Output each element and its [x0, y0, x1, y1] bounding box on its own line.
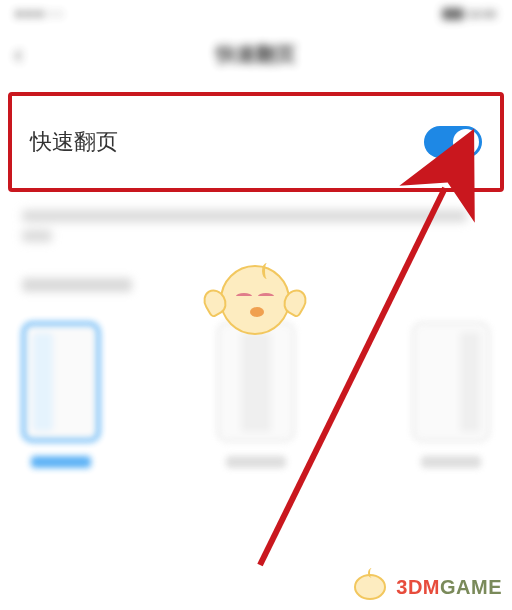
- option-2[interactable]: [217, 322, 295, 468]
- status-bar: 10:00: [0, 0, 512, 28]
- setting-label-quick-page-turn: 快速翻页: [30, 127, 118, 157]
- page-turn-options: [22, 322, 490, 468]
- page-title: 快速翻页: [216, 41, 296, 68]
- setting-description: [22, 210, 490, 248]
- toggle-knob: [453, 129, 479, 155]
- watermark: 3DMGAME: [350, 572, 502, 602]
- status-time: 10:00: [468, 8, 496, 20]
- header: ‹ 快速翻页: [0, 28, 512, 80]
- toggle-quick-page-turn[interactable]: [424, 126, 482, 158]
- back-icon[interactable]: ‹: [14, 39, 23, 70]
- section-label-page-turn-mode: [22, 278, 132, 292]
- watermark-mascot-icon: [350, 572, 390, 602]
- annotation-highlight-box: 快速翻页: [8, 92, 504, 192]
- option-3[interactable]: [412, 322, 490, 468]
- watermark-text: 3DMGAME: [396, 576, 502, 599]
- option-1[interactable]: [22, 322, 100, 468]
